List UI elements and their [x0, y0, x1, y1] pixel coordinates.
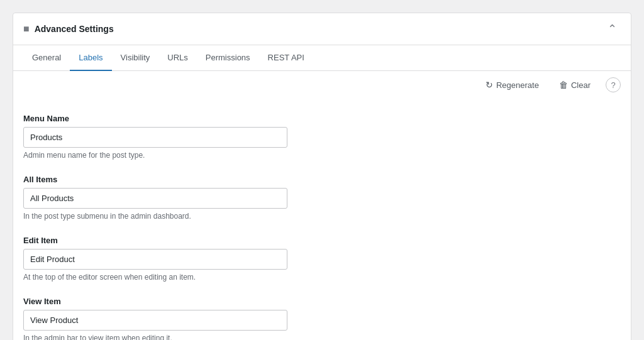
menu-name-input[interactable]	[23, 127, 287, 148]
collapse-button[interactable]: ⌃	[604, 21, 621, 37]
clear-button[interactable]: 🗑 Clear	[554, 77, 596, 92]
view-item-label: View Item	[23, 297, 621, 306]
all-items-hint: In the post type submenu in the admin da…	[23, 212, 621, 221]
panel-header: ■ Advanced Settings ⌃	[13, 13, 631, 45]
toolbar: ↻ Regenerate 🗑 Clear ?	[13, 71, 631, 99]
menu-name-label: Menu Name	[23, 114, 621, 123]
tab-urls[interactable]: URLs	[158, 45, 197, 71]
view-item-hint: In the admin bar to view item when editi…	[23, 334, 621, 340]
regenerate-label: Regenerate	[496, 80, 539, 90]
field-menu-name: Menu Name Admin menu name for the post t…	[23, 114, 621, 160]
advanced-settings-panel: ■ Advanced Settings ⌃ General Labels Vis…	[13, 13, 631, 340]
edit-item-label: Edit Item	[23, 236, 621, 245]
panel-title: Advanced Settings	[35, 24, 114, 34]
edit-item-input[interactable]	[23, 249, 287, 270]
menu-name-hint: Admin menu name for the post type.	[23, 151, 621, 160]
edit-item-hint: At the top of the editor screen when edi…	[23, 273, 621, 282]
tab-rest-api[interactable]: REST API	[259, 45, 313, 71]
tab-general[interactable]: General	[23, 45, 70, 71]
view-item-input[interactable]	[23, 310, 287, 331]
trash-icon: 🗑	[559, 80, 568, 90]
all-items-label: All Items	[23, 175, 621, 184]
tab-permissions[interactable]: Permissions	[197, 45, 259, 71]
field-view-item: View Item In the admin bar to view item …	[23, 297, 621, 340]
panel-title-wrap: ■ Advanced Settings	[23, 23, 114, 35]
field-edit-item: Edit Item At the top of the editor scree…	[23, 236, 621, 282]
regenerate-icon: ↻	[486, 80, 493, 90]
tab-visibility[interactable]: Visibility	[112, 45, 159, 71]
tabs-bar: General Labels Visibility URLs Permissio…	[13, 45, 631, 71]
field-all-items: All Items In the post type submenu in th…	[23, 175, 621, 221]
clear-label: Clear	[571, 80, 591, 90]
form-content: Menu Name Admin menu name for the post t…	[13, 99, 631, 340]
tab-labels[interactable]: Labels	[70, 45, 111, 71]
regenerate-button[interactable]: ↻ Regenerate	[480, 77, 544, 92]
all-items-input[interactable]	[23, 188, 287, 209]
help-button[interactable]: ?	[606, 77, 621, 92]
document-icon: ■	[23, 23, 30, 35]
